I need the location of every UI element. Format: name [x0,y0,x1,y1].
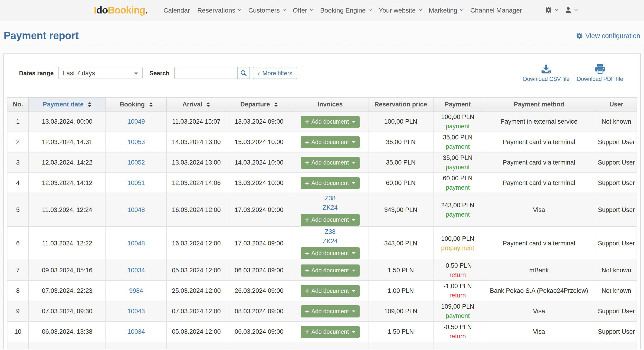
cell-booking: 9984 [106,280,166,301]
invoice-link[interactable]: ZK24 [292,203,368,212]
booking-link[interactable]: 10048 [127,206,145,213]
download-icon [541,64,552,74]
booking-link[interactable]: 10049 [127,118,145,125]
search-button[interactable] [238,67,250,79]
column-header-label: User [610,101,623,108]
add-document-label: Add document [311,288,349,294]
cell-reservation-price: 109,00 PLN [368,301,433,322]
cell-reservation-price: 60,00 PLN [368,173,433,193]
nav-item-offer[interactable]: Offer [289,6,316,14]
nav-item-label: Customers [248,6,280,14]
view-configuration-link[interactable]: View configuration [576,32,640,40]
add-document-button[interactable]: +Add document [301,214,360,226]
cell-payment: -1,00 PLNreturn [433,280,482,301]
cell-arrival: 25.03.2024 12:00 [166,280,226,301]
nav-item-reservations[interactable]: Reservations [194,6,244,14]
payment-type-badge: payment [434,162,482,172]
table-row: 907.03.2024, 09:301004307.03.2024 12:000… [7,301,637,322]
nav-item-your-website[interactable]: Your website [375,6,425,14]
payment-amount: 243,00 PLN [434,201,482,210]
add-document-button[interactable]: +Add document [301,177,360,189]
cell-payment-method: Payment card via terminal [482,152,596,173]
add-document-button[interactable]: +Add document [301,247,360,259]
caret-down-icon [352,290,355,292]
booking-link[interactable]: 10052 [127,159,145,166]
nav-item-label: Channel Manager [470,6,522,14]
plus-icon: + [305,180,309,186]
add-document-button[interactable]: +Add document [301,116,360,128]
table-row: 312.03.2024, 14:221005213.03.2024 13:001… [7,152,637,173]
chevron-down-icon [310,7,314,11]
column-header-label: Invoices [318,101,343,108]
cell-payment: 35,00 PLNpayment [433,132,482,152]
plus-icon: + [305,159,309,166]
cell-booking: 10034 [106,260,166,280]
user-menu[interactable] [565,6,577,14]
cell-reservation-price: 1,50 PLN [368,260,433,280]
invoice-link[interactable]: Z38 [292,194,368,203]
payment-amount: -0,50 PLN [434,322,482,332]
booking-link[interactable]: 10043 [127,308,145,315]
dates-range-select[interactable]: Last 7 days [58,67,143,79]
cell-departure: 13.03.2024 09:00 [226,111,292,132]
download-pdf-button[interactable]: Download PDF file [577,64,623,82]
column-header-payment-date[interactable]: Payment date [28,98,106,111]
cell-user: Support User [596,322,637,342]
settings-menu[interactable] [545,6,558,14]
add-document-button[interactable]: +Add document [301,264,360,276]
logo-part: . [145,4,148,15]
table-row: 113.03.2024, 00:001004911.03.2024 15:071… [7,111,637,132]
add-document-button[interactable]: +Add document [301,305,360,317]
cell-payment: 100,00 PLNprepayment [433,226,482,260]
cell-invoices: +Add document [292,260,368,280]
column-header-label: Booking [120,101,145,108]
nav-item-marketing[interactable]: Marketing [425,6,466,14]
logo-part: Booking [108,4,145,15]
search-input[interactable] [174,67,238,79]
booking-link[interactable]: 10034 [127,328,145,335]
cell-arrival: 07.03.2024 12:00 [166,301,226,322]
chevron-down-icon [460,7,464,11]
booking-link[interactable]: 10053 [127,138,145,146]
cell-payment-date: 11.03.2024, 12:22 [28,226,106,260]
chevron-down-icon [418,7,422,11]
cell-no: 7 [7,260,28,280]
add-document-button[interactable]: +Add document [301,285,360,297]
search-icon [240,70,247,76]
table-row: 212.03.2024, 14:311005314.03.2024 13:001… [7,132,637,152]
nav-item-calendar[interactable]: Calendar [160,6,194,14]
idobooking-logo[interactable]: IdoBooking. [94,4,148,16]
booking-link[interactable]: 10048 [127,240,145,247]
cell-departure: 13.03.2024 10:00 [226,173,292,193]
cell-payment-method: Payment in external service [482,111,596,132]
column-header-departure[interactable]: Departure [226,98,292,111]
more-filters-button[interactable]: ‹ More filters [253,67,298,79]
column-header-user: User [596,98,637,111]
booking-link[interactable]: 9984 [129,287,143,294]
nav-item-customers[interactable]: Customers [245,6,289,14]
nav-item-channel-manager[interactable]: Channel Manager [466,6,526,14]
booking-link[interactable]: 10051 [127,180,145,186]
add-document-button[interactable]: +Add document [301,326,360,338]
cell-payment-method: mBank [482,260,596,280]
column-header-arrival[interactable]: Arrival [166,98,226,111]
invoice-link[interactable]: ZK24 [292,236,368,246]
printer-icon [595,64,605,74]
cell-reservation-price: 35,00 PLN [368,152,433,173]
user-icon [565,6,572,14]
add-document-button[interactable]: +Add document [301,136,360,148]
column-header-booking[interactable]: Booking [106,98,166,111]
cell-payment-date: 11.03.2024, 12:24 [28,193,106,226]
cell-departure: 08.03.2024 09:00 [226,301,292,322]
gear-icon [545,6,552,14]
invoice-link[interactable]: Z38 [292,228,368,236]
payment-amount: 60,00 PLN [434,174,482,183]
cell-departure: 15.03.2024 10:00 [226,132,292,152]
cell-payment: 109,00 PLNpayment [433,301,482,322]
nav-item-booking-engine[interactable]: Booking Engine [316,6,375,14]
cell-user: Not known [596,280,637,301]
download-csv-button[interactable]: Download CSV file [523,64,570,82]
booking-link[interactable]: 10034 [127,267,145,274]
payment-type-badge: return [434,332,482,341]
add-document-button[interactable]: +Add document [301,156,360,168]
